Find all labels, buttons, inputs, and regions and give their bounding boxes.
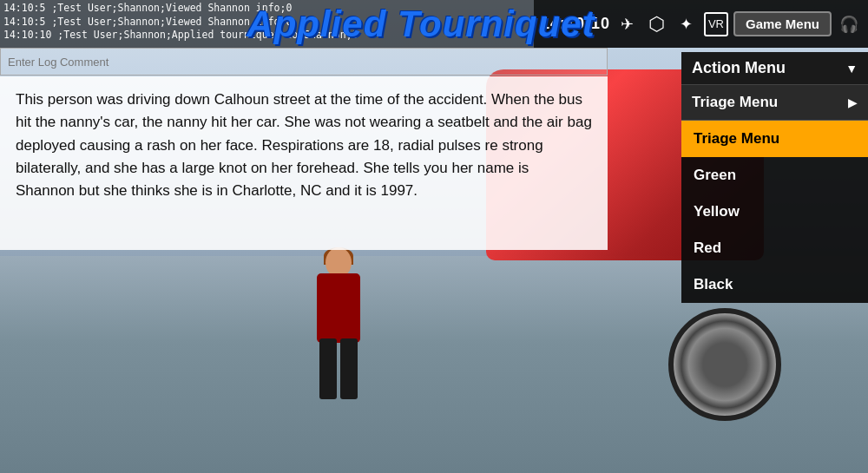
menu-item-red[interactable]: Red: [681, 230, 868, 266]
log-comment-input[interactable]: [1, 49, 607, 75]
log-area: 14:10:5 ;Test User;Shannon;Viewed Shanno…: [0, 0, 534, 48]
network-icon[interactable]: ✦: [674, 12, 699, 36]
top-right-controls: 14:10:10 ✈ ⬡ ✦ VR Game Menu 🎧: [534, 0, 868, 48]
char-legs-right: [340, 338, 358, 399]
top-hud: 14:10:5 ;Test User;Shannon;Viewed Shanno…: [0, 0, 868, 48]
info-panel: This person was driving down Calhoun str…: [0, 76, 608, 250]
vr-icon[interactable]: VR: [704, 12, 728, 36]
menu-item-yellow[interactable]: Yellow: [681, 194, 868, 230]
action-menu-arrow-icon: ▼: [845, 62, 858, 76]
triage-header-arrow-icon: ▶: [848, 95, 858, 109]
info-text: This person was driving down Calhoun str…: [16, 89, 592, 203]
send-icon[interactable]: ✈: [615, 12, 640, 36]
character: [304, 247, 373, 404]
game-menu-button[interactable]: Game Menu: [733, 11, 832, 36]
action-panel: Action Menu ▼ Triage Menu ▶ Triage MenuG…: [681, 52, 868, 303]
menu-item-triage-menu[interactable]: Triage Menu: [681, 121, 868, 157]
log-comment-container: [0, 48, 608, 76]
triage-menu-header-row[interactable]: Triage Menu ▶: [681, 85, 868, 121]
bluetooth-icon[interactable]: ⬡: [645, 12, 669, 36]
log-line-1: 14:10:5 ;Test User;Shannon;Viewed Shanno…: [3, 2, 530, 16]
headset-icon[interactable]: 🎧: [837, 12, 861, 36]
char-legs-left: [319, 338, 337, 399]
char-body: [317, 273, 360, 343]
menu-item-green[interactable]: Green: [681, 157, 868, 194]
log-line-3: 14:10:10 ;Test User;Shannon;Applied tour…: [3, 29, 530, 43]
action-menu-title: Action Menu: [692, 59, 786, 77]
action-menu-header[interactable]: Action Menu ▼: [681, 52, 868, 85]
car-wheel: [668, 308, 781, 421]
clock-display: 14:10:10: [541, 15, 610, 33]
menu-item-black[interactable]: Black: [681, 266, 868, 303]
log-line-2: 14:10:5 ;Test User;Shannon;Viewed Shanno…: [3, 16, 530, 30]
triage-header-label: Triage Menu: [692, 94, 778, 111]
menu-items-container: Triage MenuGreenYellowRedBlack: [681, 121, 868, 303]
